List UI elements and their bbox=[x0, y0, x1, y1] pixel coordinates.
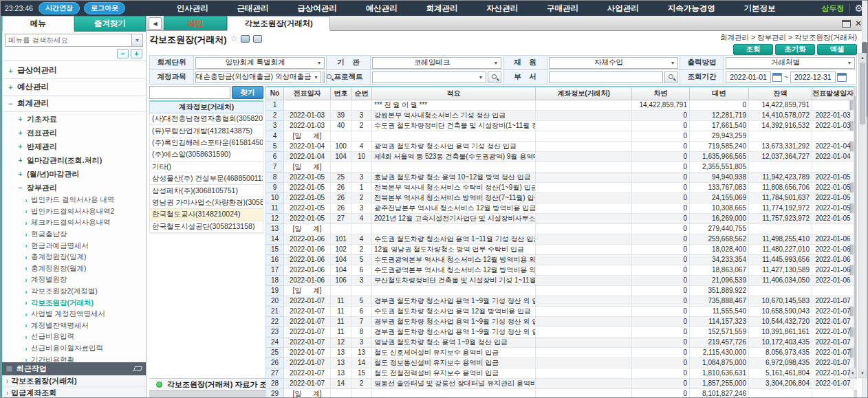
sidebar-tree-item[interactable]: › 각보조원장(거래처) bbox=[2, 297, 146, 309]
grid-row[interactable]: 29[일 계]08,101,827,246 bbox=[266, 388, 854, 398]
favorite-star-icon[interactable]: ☆ bbox=[230, 34, 238, 43]
grid-row[interactable]: 152022-01-06102212월 영남권 철도차량청소 방역 업무 수탁비… bbox=[266, 244, 854, 254]
vendor-row[interactable]: 영남권 가야사업소(차량환경)(3058173178) bbox=[149, 197, 263, 209]
tree-node-icon[interactable]: + bbox=[17, 170, 23, 178]
menu-search-dropdown-icon[interactable]: ▼ bbox=[131, 34, 142, 46]
grid-row[interactable]: 142022-01-061014수도권 철도차량 청소사업 용역 1~11월 기… bbox=[266, 234, 854, 244]
vendor-search-input[interactable] bbox=[149, 86, 230, 99]
top-menu-item[interactable]: 급상여관리 bbox=[297, 3, 337, 14]
vendor-row[interactable]: 한국철도시설공단(3058213158) bbox=[149, 221, 263, 233]
calendar-icon[interactable] bbox=[772, 73, 782, 82]
grid-row[interactable]: 4[일 계]029,943,259 bbox=[266, 131, 854, 141]
scroll-down-icon[interactable]: ▼ bbox=[859, 369, 866, 377]
period-from-input[interactable]: 2022-01-01 bbox=[726, 71, 771, 83]
tree-node-icon[interactable]: › bbox=[24, 208, 28, 215]
accounting-unit-select[interactable]: 일반회계 특별회계▼ bbox=[195, 57, 325, 69]
grid-header-seq[interactable]: 순번 bbox=[351, 87, 372, 100]
grid-row[interactable]: 112022-01-05263광주전남본부 역사내 청소서비스 12월 방역비용… bbox=[266, 203, 854, 213]
top-menu-item[interactable]: 회계관리 bbox=[426, 3, 457, 14]
account-search-button[interactable] bbox=[323, 71, 325, 83]
grid-row[interactable]: 172022-01-061046수도권광역본부 역사내 청소서비스 12월 방역… bbox=[266, 265, 854, 275]
eraser-icon[interactable] bbox=[133, 366, 143, 371]
sidebar-tree-item[interactable]: › 총계정원장(일계) bbox=[2, 252, 146, 263]
project-select[interactable]: ▼ bbox=[372, 71, 486, 83]
top-menu-item[interactable]: 기본정보 bbox=[744, 3, 775, 14]
page-scrollbar[interactable]: ▲ ▼ bbox=[858, 53, 867, 378]
top-menu-item[interactable]: 사업관리 bbox=[607, 3, 639, 14]
tab-favorites[interactable]: 즐겨찾기 bbox=[74, 16, 147, 32]
sidebar-tree-item[interactable]: › 계정별원장 bbox=[2, 274, 146, 286]
logout-button[interactable]: 로그아웃 bbox=[84, 2, 125, 14]
sidebar-tree-item[interactable]: › 현금과예금명세서 bbox=[2, 240, 146, 252]
tree-node-icon[interactable]: + bbox=[17, 115, 23, 123]
vendor-row[interactable]: 삼성페차(주)(3068105751) bbox=[149, 185, 263, 197]
grid-header-desc[interactable]: 적요 bbox=[372, 87, 536, 100]
grid-row[interactable]: 7[일 계]02,355,551,805 bbox=[266, 162, 854, 172]
tree-node-icon[interactable]: + bbox=[17, 142, 23, 151]
grid-row[interactable]: 282022-01-07142영동선 솔안터널 및 강릉선 장대터널 유지관리 … bbox=[266, 378, 854, 388]
tree-node-icon[interactable]: › bbox=[24, 356, 28, 362]
top-menu-item[interactable]: 자산관리 bbox=[486, 3, 518, 14]
popup-icon[interactable] bbox=[253, 35, 262, 43]
project-search-button[interactable] bbox=[488, 71, 501, 83]
sidebar-tree-item[interactable]: › 각보조원장2(계정별) bbox=[2, 286, 146, 298]
grid-header-num[interactable]: 번호 bbox=[331, 87, 351, 100]
menu-search-input[interactable]: 메뉴를 검색하세요 ▼ bbox=[5, 34, 143, 47]
grid-header-vd[interactable]: 전표발생일자 bbox=[812, 87, 854, 100]
grid-row[interactable]: 62022-01-0410410제4회 서울역 등 523동 건축물(수도권광역… bbox=[266, 151, 854, 162]
grid-row[interactable]: 102022-01-05262전북본부 역사내 청소서비스 방역비 정산(7~1… bbox=[266, 192, 854, 203]
grid-row[interactable]: 262022-01-071314철도 정보통신설비 유지보수 용역비 입금01,… bbox=[266, 357, 854, 368]
reset-button[interactable]: 초기화 bbox=[775, 44, 815, 55]
fund-select[interactable]: 자체수입▼ bbox=[549, 57, 678, 69]
vendor-row[interactable]: (유)무림산업개발(4128143875) bbox=[149, 125, 263, 137]
tree-node-icon[interactable]: › bbox=[24, 345, 28, 353]
vendor-row[interactable]: (주)록인김해레스포타운(6158145021) bbox=[149, 137, 263, 149]
grid-row[interactable]: 122022-01-052742021년 12월 고속시설전기사업단 및 시설장… bbox=[266, 213, 854, 223]
grid-header-no[interactable]: No bbox=[266, 87, 284, 100]
top-menu-item[interactable]: 구매관리 bbox=[547, 3, 578, 14]
tree-node-icon[interactable]: › bbox=[24, 299, 28, 307]
grid-row[interactable]: 212022-01-07116수도권 철도차량 청소사업 용역 12월 방역비용… bbox=[266, 306, 854, 316]
sidebar-tree-item[interactable]: + (월/년)마감관리 bbox=[2, 167, 146, 181]
recent-task-item[interactable]: › 각보조원장(거래처) bbox=[2, 375, 146, 387]
session-extend-button[interactable]: 시간연장 bbox=[39, 2, 80, 14]
dept-search-button[interactable] bbox=[664, 71, 678, 83]
tree-node-icon[interactable]: › bbox=[24, 254, 28, 261]
tree-node-icon[interactable]: + bbox=[8, 83, 14, 91]
excel-button[interactable]: 엑셀 bbox=[817, 44, 857, 55]
tree-node-icon[interactable]: › bbox=[24, 265, 28, 272]
grid-row[interactable]: 32022-01-03402수도권 철도차량정비단 건축물 및 시설장비(1~1… bbox=[266, 120, 854, 131]
vendor-row[interactable]: 한국철도공사(3148210024) bbox=[149, 209, 263, 221]
grid-row[interactable]: 82022-01-05253호남권 철도차량 청소 용역 10~12월 방역 정… bbox=[266, 172, 854, 182]
grid-row[interactable]: 202022-01-07115경부권 철도차량 청소사업 용역 1~9월 기성 … bbox=[266, 296, 854, 306]
recent-task-item[interactable]: › 입금계좌조회 bbox=[2, 387, 146, 398]
grid-row[interactable]: 13[일 계]0279,440,755 bbox=[266, 223, 854, 234]
query-button[interactable]: 조회 bbox=[733, 44, 773, 55]
tree-node-icon[interactable]: › bbox=[24, 197, 28, 204]
tree-node-icon[interactable]: › bbox=[24, 276, 28, 284]
grid-row[interactable]: 232022-01-07118경부권 철도차량 청소사업 용역 1~9월 기성 … bbox=[266, 327, 854, 337]
sidebar-tree-item[interactable]: + 급상여관리 bbox=[2, 63, 146, 79]
tree-node-icon[interactable]: › bbox=[24, 333, 28, 341]
collapse-all-button[interactable]: − bbox=[117, 49, 129, 58]
vendor-row[interactable]: (주)에스알(3058631590) bbox=[149, 149, 263, 161]
sidebar-tree-item[interactable]: + 기초자료 bbox=[2, 112, 146, 126]
tree-node-icon[interactable]: + bbox=[8, 67, 14, 75]
sidebar-tree-item[interactable]: − 회계관리 bbox=[2, 96, 146, 112]
top-menu-item[interactable]: 지속가능경영 bbox=[668, 3, 715, 14]
tree-node-icon[interactable]: › bbox=[24, 322, 28, 329]
sidebar-tree-item[interactable]: › 기간비용현황 bbox=[2, 354, 146, 362]
grid-row[interactable]: 19[일 계]0351,889,922 bbox=[266, 285, 854, 296]
scrollbar-thumb[interactable] bbox=[860, 63, 865, 124]
grid-header-dr[interactable]: 차변 bbox=[632, 87, 690, 100]
expand-all-button[interactable]: + bbox=[131, 49, 142, 58]
output-method-select[interactable]: 거래처별▼ bbox=[726, 57, 855, 69]
top-menu-item[interactable]: 인사관리 bbox=[177, 3, 208, 14]
tree-node-icon[interactable]: › bbox=[24, 311, 28, 318]
scroll-up-icon[interactable]: ▲ bbox=[859, 54, 866, 62]
tree-node-icon[interactable]: › bbox=[24, 242, 28, 250]
grid-header-bal[interactable]: 잔액 bbox=[749, 87, 812, 100]
tab-main[interactable]: 메인 bbox=[164, 16, 227, 30]
agency-select[interactable]: 코레일테크▼ bbox=[372, 57, 501, 69]
tree-node-icon[interactable]: + bbox=[17, 129, 23, 137]
